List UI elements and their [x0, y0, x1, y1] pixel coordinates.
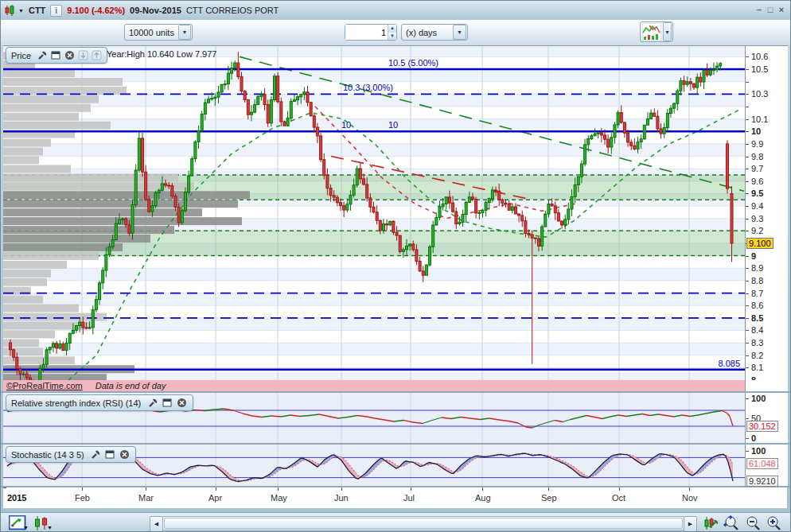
time-scrollbar[interactable] — [162, 516, 684, 530]
units-select-caret: ▼ — [178, 25, 191, 40]
axis-tick-label: 10.6 — [751, 52, 768, 61]
end-of-day-note: Data is end of day — [95, 381, 166, 390]
chart-settings-icon[interactable] — [703, 515, 719, 531]
wrench-icon[interactable] — [37, 50, 48, 61]
candle — [283, 121, 286, 126]
candle — [320, 133, 322, 162]
svg-text:10.5 (5.00%): 10.5 (5.00%) — [388, 58, 438, 68]
month-label: Jun — [334, 493, 349, 503]
axis-tick-label: 9.4 — [751, 201, 763, 211]
chart-style-icon — [642, 23, 661, 41]
stoch-k-value-tag: 9.9210 — [746, 476, 778, 487]
move-pane-up-icon[interactable] — [92, 50, 102, 61]
interval-value-box: ▲▼ — [345, 24, 397, 41]
move-pane-down-icon[interactable] — [78, 50, 88, 61]
axis-tick — [746, 438, 749, 439]
svg-text:10.3 (3.00%): 10.3 (3.00%) — [343, 83, 393, 92]
axis-tick-label: 8.7 — [751, 289, 763, 298]
candle — [270, 96, 272, 126]
title-bar: ▼ CTT i 9.100 (-4.62%) 09-Nov-2015 CTT C… — [1, 1, 791, 21]
close-button[interactable]: × — [776, 5, 787, 16]
axis-tick — [482, 487, 483, 491]
prorealtime-link[interactable]: ©ProRealTime.com — [6, 381, 83, 390]
wrench-icon[interactable] — [91, 449, 102, 460]
axis-tick-label: 8.2 — [751, 351, 763, 360]
axis-tick — [746, 418, 749, 419]
month-label: Nov — [682, 493, 698, 503]
axis-tick — [746, 82, 749, 83]
axis-tick — [746, 193, 749, 194]
candle — [194, 141, 197, 163]
axis-tick — [82, 487, 83, 491]
candlestick-symbol-icon — [4, 5, 15, 16]
axis-tick-label: 9.2 — [751, 226, 763, 235]
axis-tick — [746, 451, 749, 452]
axis-tick-label: 8.3 — [751, 338, 763, 348]
axis-tick — [689, 487, 690, 491]
interval-unit-caret: ▼ — [453, 25, 466, 40]
rsi-pane-header: Relative strength index (RSI) (14) — [6, 394, 193, 411]
time-scrollbar-thumb[interactable] — [164, 518, 683, 529]
axis-tick — [746, 144, 749, 145]
close-pane-icon[interactable] — [64, 50, 75, 61]
interval-unit-select[interactable]: (x) days ▼ — [401, 24, 468, 41]
close-pane-icon[interactable] — [176, 398, 187, 409]
candle — [643, 125, 645, 139]
axis-tick — [746, 330, 749, 331]
chart-style-button[interactable]: ▼ — [640, 21, 673, 42]
spin-down-icon[interactable]: ▼ — [388, 33, 396, 41]
axis-tick-label: 10.3 — [751, 89, 768, 99]
axis-tick-label: 9.6 — [751, 177, 763, 186]
minimize-button[interactable]: – — [754, 5, 765, 16]
candle — [154, 191, 157, 208]
candle — [257, 95, 259, 105]
zoom-out-icon[interactable] — [744, 515, 762, 532]
wrench-icon[interactable] — [147, 398, 158, 409]
candle — [425, 265, 427, 276]
axis-tick — [746, 131, 749, 132]
axis-tick — [411, 487, 411, 491]
last-price-tag: 9.100 — [746, 238, 773, 249]
symbol-label: CTT — [29, 6, 45, 15]
spin-up-icon[interactable]: ▲ — [388, 25, 396, 33]
zoom-fit-icon[interactable] — [723, 515, 740, 532]
detach-window-icon[interactable] — [105, 449, 116, 460]
price-pane-header: Price — [6, 47, 107, 64]
interval-input[interactable] — [345, 25, 388, 40]
axis-tick — [746, 293, 749, 294]
rsi-pane-title: Relative strength index (RSI) (14) — [11, 398, 141, 408]
axis-tick-label: 100 — [751, 394, 766, 403]
detach-window-icon[interactable] — [162, 398, 173, 409]
candle — [727, 140, 729, 193]
bottom-toolbar: ▼ ▼ ◀ ▶ — [1, 512, 791, 532]
scroll-right-button[interactable]: ▶ — [684, 516, 697, 532]
candle — [310, 102, 312, 117]
axis-tick — [746, 69, 749, 70]
axis-tick — [746, 231, 749, 231]
axis-tick — [746, 318, 749, 319]
candle — [277, 72, 279, 103]
price-chart-plot[interactable]: 10.5 (5.00%)10.3 (3.00%)10108.085 — [3, 45, 745, 381]
candle — [191, 157, 193, 177]
axis-tick — [746, 107, 749, 107]
rsi-value-tag: 30.152 — [746, 421, 778, 432]
units-select[interactable]: 10000 units ▼ — [124, 24, 193, 41]
detach-window-icon[interactable] — [51, 50, 61, 61]
zoom-in-icon[interactable] — [765, 515, 782, 532]
scroll-left-button[interactable]: ◀ — [150, 516, 163, 532]
month-label: Feb — [75, 493, 90, 503]
display-style-icon[interactable]: ▼ — [33, 515, 52, 531]
candle — [274, 74, 276, 103]
axis-tick-label: 10 — [751, 126, 761, 136]
candle — [399, 235, 401, 254]
close-pane-icon[interactable] — [119, 449, 131, 460]
rsi-axis: 10050030.152 — [745, 393, 788, 443]
maximize-button[interactable]: □ — [765, 5, 776, 16]
zoom-mode-icon[interactable]: ▼ — [9, 515, 28, 531]
candle — [45, 348, 48, 368]
info-button[interactable]: i — [50, 5, 62, 17]
candle — [290, 99, 292, 122]
month-label: Oct — [612, 493, 625, 503]
interval-spinner[interactable]: ▲▼ — [388, 25, 396, 40]
symbol-dropdown-caret[interactable]: ▼ — [18, 8, 24, 14]
